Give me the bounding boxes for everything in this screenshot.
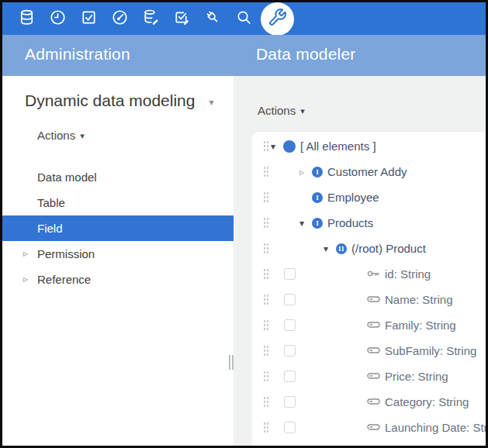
sidebar-item-reference[interactable]: ▹ Reference bbox=[2, 267, 234, 292]
field-pill-icon bbox=[367, 319, 380, 333]
gauge-button[interactable] bbox=[104, 2, 135, 35]
database-edit-button[interactable] bbox=[135, 2, 166, 35]
header-band: Administration Data modeler bbox=[2, 35, 486, 76]
collapse-down-icon[interactable]: ▾ bbox=[271, 142, 283, 151]
field-checkbox[interactable] bbox=[284, 345, 296, 357]
database-button[interactable] bbox=[11, 2, 42, 35]
plug-button[interactable] bbox=[197, 2, 228, 35]
entity-info-icon bbox=[312, 218, 323, 229]
panel-resize-handle[interactable] bbox=[229, 355, 236, 370]
search-button[interactable] bbox=[228, 2, 259, 35]
entity-info-icon bbox=[336, 243, 347, 254]
tree-node-label: Products bbox=[327, 216, 373, 229]
check-square-edit-button[interactable] bbox=[166, 2, 197, 35]
expand-right-icon[interactable]: ▹ bbox=[23, 248, 28, 259]
top-toolbar bbox=[2, 2, 486, 35]
field-checkbox[interactable] bbox=[284, 268, 296, 280]
drag-handle-icon[interactable] bbox=[263, 191, 269, 203]
field-checkbox[interactable] bbox=[284, 319, 296, 331]
tree-row-field-name[interactable]: Name: String bbox=[252, 287, 486, 312]
tree-node-label: [ All elements ] bbox=[300, 140, 376, 153]
drag-handle-icon[interactable] bbox=[263, 422, 269, 433]
menu-item-label: Reference bbox=[37, 273, 91, 286]
entity-info-icon bbox=[312, 192, 323, 203]
drag-handle-icon[interactable] bbox=[263, 268, 269, 280]
field-checkbox[interactable] bbox=[284, 370, 296, 382]
sidebar-item-permission[interactable]: ▹ Permission bbox=[2, 241, 234, 267]
drag-handle-icon[interactable] bbox=[263, 140, 269, 152]
field-label: SubFamily: String bbox=[385, 344, 476, 357]
tree-node-label: Employee bbox=[327, 191, 379, 204]
tree-row-customer-addy[interactable]: ▹ Customer Addy bbox=[252, 159, 486, 184]
chevron-down-icon: ▾ bbox=[80, 129, 85, 141]
field-label: Launching Date: String bbox=[385, 421, 486, 434]
right-actions-dropdown[interactable]: Actions ▾ bbox=[258, 104, 305, 117]
left-actions-dropdown[interactable]: Actions ▾ bbox=[37, 129, 85, 142]
left-panel-title: Administration bbox=[25, 45, 130, 64]
check-square-icon bbox=[80, 9, 98, 29]
menu-item-label: Table bbox=[37, 196, 65, 209]
field-label: id: String bbox=[385, 267, 431, 281]
drag-handle-icon[interactable] bbox=[263, 217, 269, 229]
administration-panel: Dynamic data modeling ▾ Actions ▾ Data m… bbox=[2, 76, 234, 446]
expand-right-icon[interactable]: ▹ bbox=[23, 274, 28, 284]
plug-icon bbox=[204, 9, 222, 29]
field-pill-icon bbox=[367, 421, 380, 435]
field-checkbox[interactable] bbox=[284, 294, 296, 305]
tree-row-employee[interactable]: Employee bbox=[252, 184, 486, 210]
field-pill-icon bbox=[367, 344, 380, 358]
drag-handle-icon[interactable] bbox=[263, 166, 269, 177]
check-square-edit-icon bbox=[173, 9, 191, 29]
check-square-button[interactable] bbox=[73, 2, 104, 35]
page-title: Dynamic data modeling ▾ bbox=[25, 91, 213, 110]
sidebar-item-data-model[interactable]: Data model bbox=[2, 164, 234, 190]
clock-button[interactable] bbox=[42, 2, 73, 35]
right-actions-label: Actions bbox=[258, 104, 296, 117]
clock-icon bbox=[49, 9, 67, 29]
field-checkbox[interactable] bbox=[284, 422, 296, 433]
tree-row-field-category[interactable]: Category: String bbox=[252, 389, 486, 415]
sidebar-item-table[interactable]: Table bbox=[2, 190, 234, 215]
entity-info-icon bbox=[312, 167, 323, 177]
field-checkbox[interactable] bbox=[284, 396, 296, 408]
wrench-button[interactable] bbox=[259, 2, 295, 35]
collapse-down-icon[interactable]: ▾ bbox=[299, 219, 312, 228]
field-pill-icon bbox=[367, 293, 380, 307]
drag-handle-icon[interactable] bbox=[263, 243, 269, 254]
tree-row-field-subfamily[interactable]: SubFamily: String bbox=[252, 338, 486, 364]
wrench-icon bbox=[268, 8, 287, 29]
expand-right-icon[interactable]: ▹ bbox=[299, 167, 312, 177]
tree-node-label: (/root) Product bbox=[351, 242, 426, 255]
collapse-down-icon[interactable]: ▾ bbox=[324, 244, 336, 253]
tree-row-field-price[interactable]: Price: String bbox=[252, 364, 486, 389]
page-title-text: Dynamic data modeling bbox=[25, 91, 195, 110]
database-edit-icon bbox=[142, 9, 160, 29]
app-window: Administration Data modeler Dynamic data… bbox=[0, 0, 488, 448]
drag-handle-icon[interactable] bbox=[263, 345, 269, 357]
field-label: Category: String bbox=[385, 395, 469, 408]
root-circle-icon bbox=[283, 140, 296, 153]
sidebar-item-field[interactable]: Field bbox=[2, 215, 234, 241]
field-pill-icon bbox=[367, 370, 380, 384]
drag-handle-icon[interactable] bbox=[263, 370, 269, 382]
tree-row-field-id[interactable]: id: String bbox=[252, 261, 486, 287]
model-tree-card: ▾ [ All elements ] ▹ Customer Addy bbox=[252, 132, 486, 446]
field-label: Family: String bbox=[385, 319, 456, 332]
tree-row-products[interactable]: ▾ Products bbox=[252, 210, 486, 236]
menu-item-label: Permission bbox=[37, 247, 95, 260]
drag-handle-icon[interactable] bbox=[263, 396, 269, 408]
tree-row-field-launching-date[interactable]: Launching Date: String bbox=[252, 415, 486, 440]
tree-row-all-elements[interactable]: ▾ [ All elements ] bbox=[252, 133, 486, 159]
data-modeler-panel: Actions ▾ ▾ [ All elements ] ▹ Customer … bbox=[234, 76, 486, 446]
tree-row-field-family[interactable]: Family: String bbox=[252, 312, 486, 338]
title-dropdown-caret-icon[interactable]: ▾ bbox=[209, 94, 213, 108]
search-icon bbox=[235, 9, 253, 29]
tree-row-root-product[interactable]: ▾ (/root) Product bbox=[252, 236, 486, 261]
drag-handle-icon[interactable] bbox=[263, 294, 269, 305]
menu-item-label: Data model bbox=[37, 171, 97, 184]
right-panel-title: Data modeler bbox=[256, 45, 355, 64]
active-tool-circle bbox=[261, 2, 294, 36]
left-actions-label: Actions bbox=[37, 129, 75, 142]
drag-handle-icon[interactable] bbox=[263, 319, 269, 331]
field-label: Name: String bbox=[385, 293, 453, 306]
